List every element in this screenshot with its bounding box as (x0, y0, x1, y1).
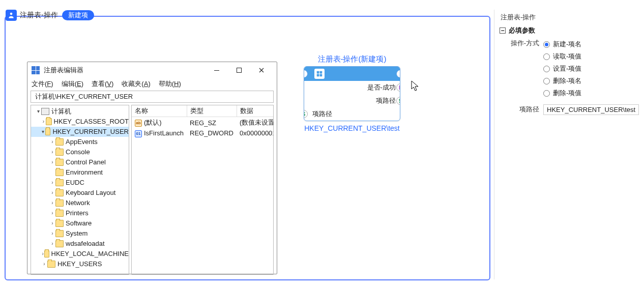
minimize-button[interactable] (206, 64, 228, 76)
props-title: 注册表-操作 (500, 12, 634, 25)
tree-item-selected[interactable]: ▾ HKEY_CURRENT_USER (31, 127, 129, 137)
tree-root[interactable]: ▾ 计算机 (31, 106, 129, 117)
svg-rect-3 (317, 71, 319, 74)
menu-help[interactable]: 帮助(H) (159, 79, 181, 89)
folder-icon (55, 220, 64, 227)
svg-rect-2 (237, 68, 242, 73)
folder-icon (45, 128, 51, 135)
folder-icon (46, 118, 52, 125)
props-section-header[interactable]: − 必填参数 (500, 25, 634, 38)
flow-node-header[interactable]: › › (304, 67, 400, 81)
col-data[interactable]: 数据 (237, 105, 274, 117)
menu-fav[interactable]: 收藏夹(A) (122, 79, 150, 89)
value-num-icon: 01 (135, 130, 142, 137)
menu-view[interactable]: 查看(V) (92, 79, 113, 89)
regedit-titlebar: 注册表编辑器 (27, 62, 277, 78)
node-icon (314, 69, 325, 79)
tree-item[interactable]: ›System (31, 228, 129, 239)
table-row[interactable]: 01IsFirstLaunch REG_DWORD 0x00000001 (1) (132, 128, 274, 138)
folder-icon (55, 199, 64, 207)
tree-item[interactable]: ›HKEY_LOCAL_MACHINE (31, 249, 129, 259)
folder-icon (55, 230, 64, 237)
svg-rect-5 (317, 74, 319, 77)
flow-node[interactable]: 注册表-操作(新建项) › › 是否-成功 b 项路径 S (304, 54, 400, 132)
folder-icon (55, 240, 64, 247)
col-name[interactable]: 名称 (132, 105, 187, 117)
flow-node-title: 注册表-操作(新建项) (304, 54, 400, 64)
tree-item[interactable]: Environment (31, 167, 129, 178)
regedit-title: 注册表编辑器 (44, 66, 201, 75)
radio-option-0[interactable]: 新建-项名 (543, 38, 634, 50)
tree-item[interactable]: ›Keyboard Layout (31, 188, 129, 198)
flow-node-caption: HKEY_CURRENT_USER\test (304, 124, 400, 132)
folder-icon (55, 179, 64, 186)
radio-option-1[interactable]: 读取-项值 (543, 50, 634, 63)
radio-option-2[interactable]: 设置-项值 (543, 63, 634, 75)
pc-icon (41, 108, 49, 115)
menu-edit[interactable]: 编辑(E) (62, 79, 83, 89)
port-string[interactable]: S (396, 97, 400, 105)
exec-in-port[interactable]: › (304, 70, 308, 78)
person-icon (6, 10, 17, 21)
properties-panel: 注册表-操作 − 必填参数 操作-方式 新建-项名 读取-项值 设置-项值 (494, 10, 639, 279)
prop-mode-field: 新建-项名 读取-项值 设置-项值 删除-项名 删除-项值 (543, 38, 634, 99)
close-button[interactable] (250, 64, 273, 76)
radio-icon (543, 90, 550, 97)
tree-item[interactable]: ›Console (31, 147, 129, 157)
radio-icon (543, 78, 550, 84)
radio-icon (543, 41, 550, 48)
exec-out-port[interactable]: › (396, 70, 400, 78)
tree-item[interactable]: ›Software (31, 218, 129, 228)
port-string[interactable]: S (304, 110, 308, 118)
folder-icon (55, 189, 64, 196)
radio-icon (543, 66, 550, 72)
maximize-button[interactable] (228, 64, 250, 76)
col-type[interactable]: 类型 (187, 105, 237, 117)
folder-icon (55, 210, 64, 217)
cursor-icon (411, 80, 420, 93)
regedit-tree[interactable]: ▾ 计算机 › HKEY_CLASSES_ROOT ▾ HKEY_CURRENT… (31, 105, 129, 275)
folder-icon (47, 261, 55, 268)
tree-item[interactable]: › HKEY_CLASSES_ROOT (31, 117, 129, 127)
table-row[interactable]: ab(默认) REG_SZ (数值未设置) (132, 117, 274, 129)
chip-title: 注册表-操作 (20, 11, 58, 20)
value-str-icon: ab (135, 120, 142, 127)
chip-new-button[interactable]: 新建项 (62, 10, 94, 20)
workspace: 注册表编辑器 文件(F) 编辑(E) 查看(V) 收藏夹(A) (5, 16, 490, 280)
svg-point-0 (10, 13, 13, 15)
prop-mode-label: 操作-方式 (500, 38, 539, 48)
tree-item[interactable]: ›Network (31, 198, 129, 208)
svg-rect-4 (320, 71, 323, 74)
folder-icon (55, 138, 64, 146)
port-bool[interactable]: b (396, 83, 400, 92)
regedit-address[interactable]: 计算机\HKEY_CURRENT_USER (31, 91, 274, 103)
regedit-value-list[interactable]: 名称 类型 数据 ab(默认) REG_SZ (数值未设置) (131, 105, 274, 275)
folder-icon (55, 149, 64, 156)
chip-header: 注册表-操作 新建项 (6, 10, 94, 21)
tree-item[interactable]: ›Control Panel (31, 157, 129, 167)
collapse-icon[interactable]: − (500, 27, 506, 34)
tree-item[interactable]: ›HKEY_USERS (31, 259, 129, 269)
radio-option-3[interactable]: 删除-项名 (543, 75, 634, 87)
tree-item[interactable]: ›Printers (31, 208, 129, 218)
prop-path-input[interactable]: HKEY_CURRENT_USER\test (543, 104, 639, 115)
in-path: S 项路径 (304, 107, 400, 121)
tree-item[interactable]: ›EUDC (31, 178, 129, 188)
svg-rect-1 (214, 70, 219, 71)
regedit-menubar: 文件(F) 编辑(E) 查看(V) 收藏夹(A) 帮助(H) (27, 78, 277, 91)
regedit-window: 注册表编辑器 文件(F) 编辑(E) 查看(V) 收藏夹(A) (27, 62, 277, 274)
out-success: 是否-成功 b (304, 81, 400, 94)
radio-icon (543, 53, 550, 60)
tree-item[interactable]: ›AppEvents (31, 137, 129, 147)
folder-icon (55, 159, 64, 166)
svg-rect-6 (320, 74, 323, 77)
folder-icon (55, 169, 64, 176)
tree-item[interactable]: ›wdsafeloadat (31, 239, 129, 249)
radio-option-4[interactable]: 删除-项值 (543, 87, 634, 99)
folder-icon (44, 250, 49, 258)
prop-path-label: 项路径 (500, 104, 539, 114)
menu-file[interactable]: 文件(F) (32, 79, 53, 89)
out-path: 项路径 S (304, 94, 400, 107)
regedit-icon (32, 66, 40, 74)
